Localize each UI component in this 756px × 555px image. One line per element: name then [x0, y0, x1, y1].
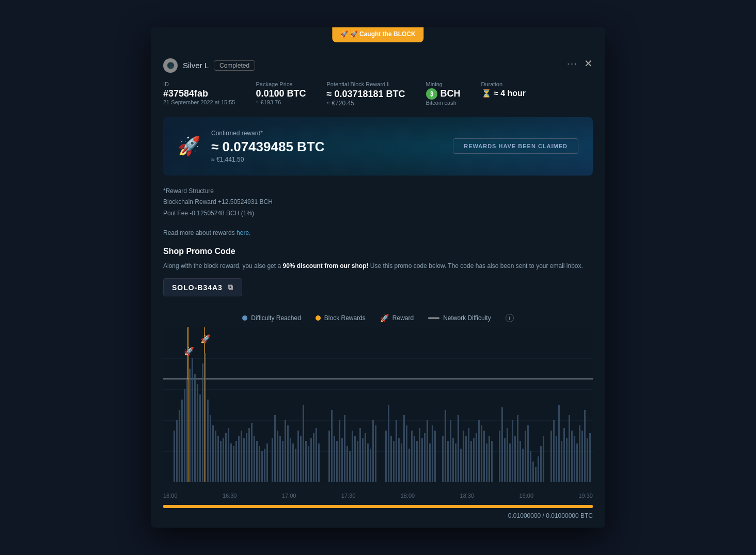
- svg-rect-118: [481, 425, 482, 482]
- svg-rect-103: [442, 436, 444, 482]
- svg-rect-132: [522, 449, 524, 482]
- svg-rect-40: [256, 441, 258, 482]
- rocket-big-icon: 🚀: [178, 135, 201, 157]
- svg-rect-19: [202, 363, 203, 482]
- svg-rect-75: [357, 441, 358, 482]
- confirmed-reward-btc: ≈ 0.07439485 BTC: [211, 139, 325, 155]
- svg-rect-98: [424, 433, 426, 482]
- duration-label: Duration: [481, 81, 526, 87]
- svg-rect-155: [587, 438, 588, 482]
- svg-rect-69: [341, 438, 343, 482]
- claimed-button[interactable]: REWARDS HAVE BEEN CLAIMED: [453, 138, 578, 154]
- svg-rect-108: [455, 443, 456, 482]
- svg-rect-154: [584, 410, 586, 482]
- hourglass-icon: ⏳: [481, 89, 492, 98]
- reward-structure: *Reward Structure Blockchain Reward +12.…: [151, 186, 605, 228]
- svg-rect-55: [297, 431, 299, 482]
- header-actions: ··· ✕: [567, 58, 593, 69]
- svg-rect-66: [334, 436, 335, 482]
- chart-svg: 🚀 🚀: [163, 327, 593, 482]
- svg-text:🚀: 🚀: [184, 346, 194, 356]
- svg-rect-79: [367, 443, 369, 482]
- svg-rect-45: [272, 438, 273, 482]
- svg-rect-48: [279, 436, 281, 482]
- time-1700: 17:00: [282, 493, 296, 499]
- svg-rect-121: [489, 436, 490, 482]
- svg-rect-21: [207, 400, 209, 482]
- svg-rect-59: [308, 446, 309, 482]
- package-price-eur: ≈ €193.76: [256, 99, 306, 105]
- bch-icon: ₿: [426, 88, 437, 100]
- meta-mining: Mining ₿ BCH Bitcoin cash: [426, 81, 461, 107]
- svg-rect-23: [212, 425, 214, 482]
- svg-rect-130: [517, 415, 518, 482]
- svg-rect-16: [194, 374, 196, 482]
- svg-rect-65: [331, 410, 333, 482]
- copy-icon[interactable]: ⧉: [228, 283, 233, 292]
- svg-rect-97: [421, 438, 423, 482]
- svg-text:🚀: 🚀: [200, 334, 211, 344]
- svg-rect-71: [346, 446, 348, 482]
- legend-reward: 🚀 Reward: [380, 314, 414, 322]
- svg-rect-22: [210, 415, 211, 482]
- reward-rocket-icon: 🚀: [380, 314, 389, 322]
- svg-rect-70: [344, 415, 345, 482]
- svg-rect-44: [266, 443, 268, 482]
- read-more-link[interactable]: here.: [237, 229, 250, 236]
- svg-rect-64: [328, 431, 330, 482]
- id-value: #37584fab: [163, 88, 235, 99]
- legend-difficulty-reached: Difficulty Reached: [242, 314, 301, 322]
- caught-block-text: 🚀 Caught the BLOCK: [350, 30, 416, 38]
- promo-code-box: SOLO-B34A3 ⧉: [163, 278, 242, 296]
- svg-rect-68: [339, 420, 340, 482]
- modal-meta: ID #37584fab 21 September 2022 at 15:55 …: [151, 73, 605, 117]
- more-options-button[interactable]: ···: [567, 58, 578, 69]
- svg-rect-63: [318, 443, 320, 482]
- svg-rect-147: [566, 438, 568, 482]
- mining-label: Mining: [426, 81, 461, 87]
- svg-rect-129: [514, 436, 516, 482]
- svg-rect-82: [375, 425, 376, 482]
- svg-rect-127: [509, 443, 511, 482]
- close-button[interactable]: ✕: [584, 58, 593, 69]
- svg-rect-149: [571, 431, 573, 482]
- read-more: Read more about rewards here.: [151, 227, 605, 247]
- svg-rect-13: [186, 379, 188, 482]
- svg-rect-125: [504, 438, 506, 482]
- svg-rect-28: [225, 433, 227, 482]
- svg-rect-87: [396, 420, 397, 482]
- mining-coin: ₿ BCH: [426, 88, 461, 100]
- svg-rect-27: [223, 438, 224, 482]
- svg-rect-115: [473, 438, 475, 482]
- reward-banner: 🚀 Confirmed reward* ≈ 0.07439485 BTC ≈ €…: [163, 117, 593, 176]
- svg-rect-73: [352, 431, 353, 482]
- blockchain-reward: Blockchain Reward +12.50524931 BCH: [163, 197, 593, 208]
- svg-rect-96: [419, 428, 420, 482]
- svg-rect-15: [192, 358, 193, 482]
- username: Silver L: [183, 61, 209, 70]
- svg-rect-42: [261, 451, 263, 482]
- network-difficulty-line: [428, 318, 439, 319]
- chart-info-icon[interactable]: i: [506, 314, 514, 322]
- potential-reward-eur: ≈ €720.45: [327, 100, 405, 107]
- svg-rect-113: [468, 428, 469, 482]
- svg-rect-25: [217, 436, 219, 482]
- time-1730: 17:30: [341, 493, 356, 499]
- svg-rect-139: [540, 446, 542, 482]
- svg-rect-81: [372, 420, 374, 482]
- mining-coin-name: BCH: [440, 88, 461, 99]
- svg-rect-152: [579, 425, 580, 482]
- svg-rect-106: [450, 420, 451, 482]
- svg-rect-124: [501, 407, 503, 482]
- svg-rect-111: [463, 431, 464, 482]
- svg-rect-135: [530, 451, 531, 482]
- block-rewards-dot: [316, 315, 321, 321]
- svg-rect-116: [476, 433, 477, 482]
- svg-rect-72: [349, 451, 351, 482]
- svg-rect-114: [470, 441, 472, 482]
- legend-network-difficulty: Network Difficulty: [428, 314, 491, 322]
- svg-rect-120: [486, 443, 487, 482]
- potential-reward-value: ≈ 0.03718181 BTC: [327, 89, 405, 100]
- svg-rect-56: [300, 436, 302, 482]
- svg-rect-95: [416, 441, 418, 482]
